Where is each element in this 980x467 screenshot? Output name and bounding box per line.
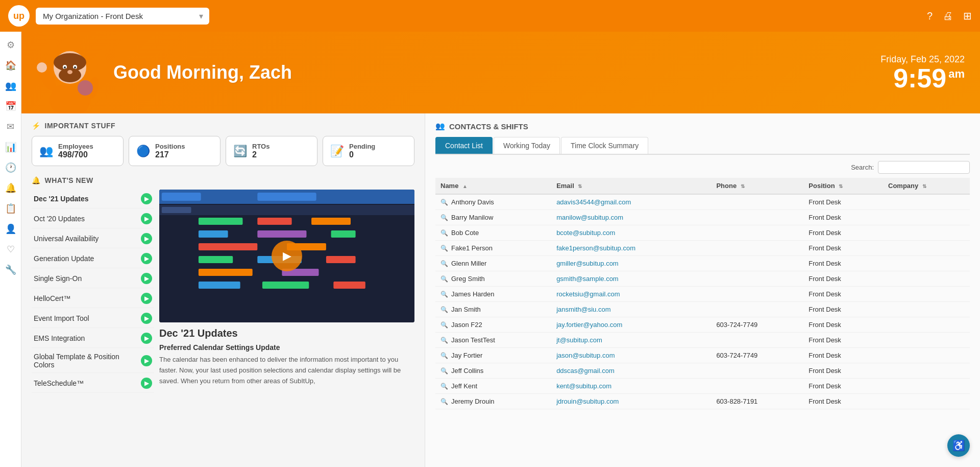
table-row[interactable]: 🔍Jeff Collins ddscas@gmail.com Front Des… — [435, 363, 970, 379]
cell-email[interactable]: rocketsiu@gmail.com — [551, 287, 711, 302]
cell-email[interactable]: ddscas@gmail.com — [551, 363, 711, 379]
table-row[interactable]: 🔍Jason TestTest jt@subitup.com Front Des… — [435, 333, 970, 348]
hero-time: Friday, Feb 25, 2022 9:59am — [880, 54, 965, 91]
sidebar-item-reports[interactable]: 📊 — [2, 138, 20, 156]
svg-rect-19 — [162, 207, 191, 213]
row-search-icon: 🔍 — [440, 260, 448, 267]
col-position[interactable]: Position ⇅ — [803, 178, 883, 194]
sidebar-item-messages[interactable]: ✉ — [2, 118, 20, 136]
table-row[interactable]: 🔍Bob Cote bcote@subitup.com Front Desk — [435, 225, 970, 241]
sidebar: ⚙ 🏠 👥 📅 ✉ 📊 🕐 🔔 📋 👤 ♡ 🔧 — [0, 32, 21, 467]
svg-rect-20 — [199, 218, 243, 225]
sort-phone-icon: ⇅ — [741, 183, 745, 189]
table-row[interactable]: 🔍Jan Smith jansmith@siu.com Front Desk — [435, 302, 970, 317]
table-row[interactable]: 🔍Barry Manilow manilow@subitup.com Front… — [435, 210, 970, 225]
col-name[interactable]: Name ▲ — [435, 178, 551, 194]
cell-email[interactable]: jason@subitup.com — [551, 348, 711, 363]
table-row[interactable]: 🔍Greg Smith gsmith@sample.com Front Desk — [435, 271, 970, 287]
stat-employees[interactable]: 👥 Employees 498/700 — [32, 136, 124, 166]
svg-point-10 — [74, 66, 76, 68]
logo[interactable]: up — [8, 5, 30, 27]
sidebar-item-profile[interactable]: 👤 — [2, 220, 20, 238]
svg-rect-30 — [326, 256, 356, 263]
stat-pending[interactable]: 📝 Pending 0 — [323, 136, 414, 166]
sidebar-item-favorites[interactable]: ♡ — [2, 240, 20, 259]
cell-name: 🔍Greg Smith — [435, 271, 551, 287]
news-item-5[interactable]: HelloCert™ ▶ — [32, 289, 154, 308]
org-selector[interactable]: My Organization - Front Desk — [36, 8, 209, 25]
help-icon[interactable]: ? — [927, 10, 933, 22]
news-arrow-8: ▶ — [141, 355, 152, 366]
contacts-table-scroll[interactable]: Name ▲ Email ⇅ Phone ⇅ Position — [435, 178, 970, 409]
cell-position: Front Desk — [803, 333, 883, 348]
tab-contact-list[interactable]: Contact List — [435, 137, 493, 154]
news-item-4[interactable]: Single Sign-On ▶ — [32, 269, 154, 288]
table-row[interactable]: 🔍Jay Fortier jason@subitup.com 603-724-7… — [435, 348, 970, 363]
pending-icon: 📝 — [330, 145, 344, 158]
cell-position: Front Desk — [803, 317, 883, 333]
topbar-right: ? 🖨 ⊞ — [927, 10, 972, 22]
cell-phone — [711, 333, 803, 348]
grid-icon[interactable]: ⊞ — [963, 10, 972, 22]
cell-name: 🔍Jeff Collins — [435, 363, 551, 379]
news-item-6[interactable]: Event Import Tool ▶ — [32, 309, 154, 328]
cell-email[interactable]: jay.fortier@yahoo.com — [551, 317, 711, 333]
cell-email[interactable]: jt@subitup.com — [551, 333, 711, 348]
cell-phone — [711, 210, 803, 225]
stat-rtos[interactable]: 🔄 RTOs 2 — [226, 136, 317, 166]
stats-grid: 👥 Employees 498/700 🔵 Positions 217 🔄 RT… — [32, 136, 414, 166]
svg-point-3 — [37, 62, 47, 73]
news-item-2[interactable]: Universal Availability ▶ — [32, 229, 154, 248]
sort-name-icon: ▲ — [462, 183, 468, 189]
video-play-button[interactable]: ▶ — [272, 241, 302, 271]
cell-email[interactable]: gmiller@subitup.com — [551, 256, 711, 271]
table-row[interactable]: 🔍Fake1 Person fake1person@subitup.com Fr… — [435, 241, 970, 256]
news-item-8[interactable]: Global Template & Position Colors ▶ — [32, 349, 154, 373]
table-row[interactable]: 🔍James Harden rocketsiu@gmail.com Front … — [435, 287, 970, 302]
news-item-3[interactable]: Generation Update ▶ — [32, 249, 154, 268]
news-item-9[interactable]: TeleSchedule™ ▶ — [32, 374, 154, 393]
col-company[interactable]: Company ⇅ — [883, 178, 970, 194]
sidebar-item-notifications[interactable]: 🔔 — [2, 179, 20, 197]
news-arrow-0: ▶ — [141, 193, 152, 204]
col-phone[interactable]: Phone ⇅ — [711, 178, 803, 194]
sidebar-item-tasks[interactable]: 📋 — [2, 199, 20, 218]
cell-email[interactable]: jdrouin@subitup.com — [551, 394, 711, 409]
sidebar-item-timeclock[interactable]: 🕐 — [2, 158, 20, 177]
table-row[interactable]: 🔍Anthony Davis adavis34544@gmail.com Fro… — [435, 194, 970, 210]
cell-email[interactable]: jansmith@siu.com — [551, 302, 711, 317]
table-row[interactable]: 🔍Glenn Miller gmiller@subitup.com Front … — [435, 256, 970, 271]
contacts-table: Name ▲ Email ⇅ Phone ⇅ Position — [435, 178, 970, 409]
cell-email[interactable]: kent@subitup.com — [551, 379, 711, 394]
table-row[interactable]: 🔍Jeff Kent kent@subitup.com Front Desk — [435, 379, 970, 394]
video-thumbnail[interactable]: ▶ — [159, 190, 414, 322]
cell-phone — [711, 194, 803, 210]
table-row[interactable]: 🔍Jason F22 jay.fortier@yahoo.com 603-724… — [435, 317, 970, 333]
cell-name: 🔍Jeff Kent — [435, 379, 551, 394]
org-dropdown[interactable]: My Organization - Front Desk — [36, 8, 209, 25]
cell-email[interactable]: adavis34544@gmail.com — [551, 194, 711, 210]
tab-working-today[interactable]: Working Today — [494, 137, 560, 154]
cell-email[interactable]: bcote@subitup.com — [551, 225, 711, 241]
bolt-icon: ⚡ — [32, 122, 41, 130]
table-row[interactable]: 🔍Jeremy Drouin jdrouin@subitup.com 603-8… — [435, 394, 970, 409]
sidebar-item-users[interactable]: 👥 — [2, 77, 20, 95]
news-item-0[interactable]: Dec '21 Updates ▶ — [32, 190, 154, 208]
stat-positions[interactable]: 🔵 Positions 217 — [129, 136, 220, 166]
sidebar-item-home[interactable]: 🏠 — [2, 56, 20, 75]
cell-email[interactable]: gsmith@sample.com — [551, 271, 711, 287]
sidebar-item-settings[interactable]: ⚙ — [2, 36, 20, 54]
cell-position: Front Desk — [803, 225, 883, 241]
col-email[interactable]: Email ⇅ — [551, 178, 711, 194]
sidebar-item-calendar[interactable]: 📅 — [2, 97, 20, 115]
news-article-panel: ▶ Dec '21 Updates Preferred Calendar Set… — [159, 190, 414, 393]
news-item-1[interactable]: Oct '20 Updates ▶ — [32, 209, 154, 228]
print-icon[interactable]: 🖨 — [943, 10, 953, 22]
news-item-7[interactable]: EMS Integration ▶ — [32, 329, 154, 348]
accessibility-button[interactable]: ♿ — [947, 434, 970, 457]
cell-email[interactable]: fake1person@subitup.com — [551, 241, 711, 256]
search-input[interactable] — [878, 161, 970, 174]
sidebar-item-config[interactable]: 🔧 — [2, 261, 20, 279]
cell-email[interactable]: manilow@subitup.com — [551, 210, 711, 225]
tab-time-clock-summary[interactable]: Time Clock Summary — [561, 137, 648, 154]
